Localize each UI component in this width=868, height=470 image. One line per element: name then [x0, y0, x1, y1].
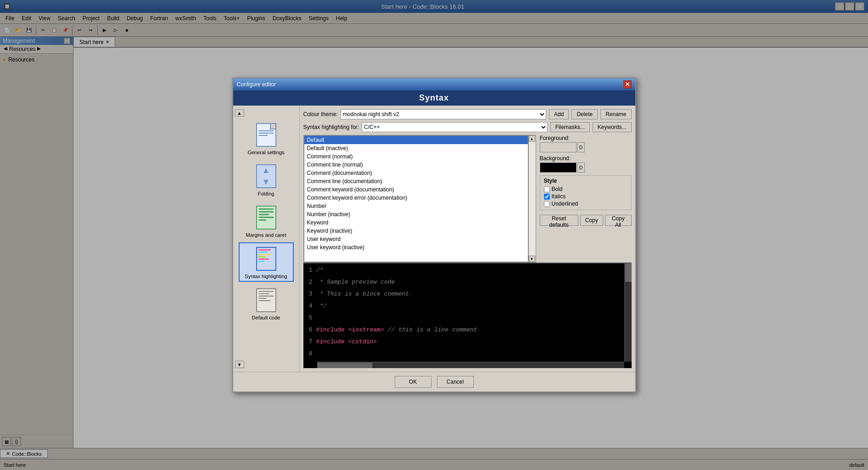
sidebar-scroll-up[interactable]: ▲	[235, 109, 244, 117]
modal-section-header: Syntax	[233, 90, 635, 106]
style-list-item-5[interactable]: Comment line (documentation)	[304, 177, 528, 185]
sidebar-scroll-down[interactable]: ▼	[235, 361, 244, 368]
cancel-button[interactable]: Cancel	[437, 376, 474, 388]
add-button[interactable]: Add	[549, 109, 569, 119]
style-scroll-up[interactable]: ▲	[529, 135, 535, 142]
style-list-item-10[interactable]: Keyword	[304, 218, 528, 227]
syntax-for-row: Syntax highlighting for: C/C++ Filemasks…	[303, 122, 632, 132]
style-list[interactable]: DefaultDefault (inactive)Comment (normal…	[304, 135, 528, 262]
configure-editor-modal: Configure editor ✕ Syntax ▲	[232, 78, 636, 392]
background-d-button[interactable]: D	[577, 162, 585, 173]
italics-row: Italics	[544, 193, 627, 200]
style-list-item-3[interactable]: Comment line (normal)	[304, 161, 528, 169]
style-list-scrollbar: ▲ ▼	[528, 135, 536, 262]
syntax-for-label: Syntax highlighting for:	[303, 124, 359, 130]
style-list-item-9[interactable]: Number (inactive)	[304, 210, 528, 218]
line-number-2: 2	[303, 276, 316, 288]
copy-button[interactable]: Copy	[580, 215, 603, 226]
code-scrollbar-h-thumb[interactable]	[317, 363, 372, 368]
modal-sidebar: ▲ General settings	[233, 106, 300, 372]
modal-main-panel: Colour theme: modnokai night shift v2 Ad…	[300, 106, 635, 372]
style-list-item-2[interactable]: Comment (normal)	[304, 152, 528, 161]
margins-caret-label: Margins and caret	[246, 232, 286, 238]
underlined-label: Underlined	[552, 201, 578, 207]
line-number-1: 1	[303, 264, 316, 276]
colour-theme-select[interactable]: modnokai night shift v2	[341, 109, 546, 119]
style-list-container: DefaultDefault (inactive)Comment (normal…	[303, 135, 632, 263]
ok-button[interactable]: OK	[395, 376, 431, 388]
style-list-item-1[interactable]: Default (inactive)	[304, 144, 528, 152]
code-scrollbar-h[interactable]	[317, 362, 624, 368]
colour-theme-row: Colour theme: modnokai night shift v2 Ad…	[303, 109, 632, 119]
code-scrollbar-v-thumb[interactable]	[625, 263, 632, 282]
code-content-4: */	[316, 300, 632, 312]
reset-defaults-button[interactable]: Reset defaults	[540, 215, 578, 226]
background-swatch[interactable]	[540, 162, 577, 173]
syntax-for-select[interactable]: C/C++	[362, 122, 548, 132]
syntax-highlighting-icon	[252, 245, 280, 273]
italics-label: Italics	[552, 193, 566, 200]
style-checkboxes: Style Bold Italics Underli	[540, 175, 632, 210]
style-list-item-7[interactable]: Comment keyword error (documentation)	[304, 194, 528, 202]
code-line-5: 5	[303, 312, 632, 324]
style-list-item-4[interactable]: Comment (documentation)	[304, 169, 528, 177]
modal-overlay: Configure editor ✕ Syntax ▲	[0, 0, 868, 470]
code-content-3: * This is a block comment	[316, 288, 632, 300]
code-line-2: 2 * Sample preview code	[303, 276, 632, 288]
style-list-item-12[interactable]: User keyword	[304, 235, 528, 243]
modal-section-title: Syntax	[419, 93, 449, 102]
style-list-item-6[interactable]: Comment keyword (documentation)	[304, 185, 528, 194]
bold-row: Bold	[544, 186, 627, 192]
code-line-8: 8	[303, 348, 632, 360]
rename-button[interactable]: Rename	[600, 109, 631, 119]
foreground-section: Foreground: D	[540, 135, 632, 152]
copy-all-button[interactable]: Copy All	[605, 215, 632, 226]
code-content-6: #include <iostream> // this is a line co…	[316, 324, 632, 336]
modal-title-bar: Configure editor ✕	[233, 78, 635, 90]
style-list-item-8[interactable]: Number	[304, 202, 528, 210]
delete-button[interactable]: Delete	[571, 109, 598, 119]
folding-icon: ▲ ▼	[252, 162, 280, 190]
foreground-color-row: D	[540, 142, 632, 152]
code-lines: 1 /* 2 * Sample preview code 3 * This is…	[303, 263, 632, 361]
style-scroll-track	[529, 142, 536, 256]
style-scroll-down[interactable]: ▼	[529, 256, 535, 262]
default-code-label: Default code	[252, 315, 280, 320]
line-number-8: 8	[303, 348, 316, 360]
sidebar-item-default-code[interactable]: Default code	[239, 284, 294, 323]
code-line-3: 3 * This is a block comment	[303, 288, 632, 300]
include-keyword-1: #include <iostream>	[316, 326, 384, 333]
foreground-d-button[interactable]: D	[577, 142, 585, 152]
background-label: Background:	[540, 155, 632, 162]
style-list-item-13[interactable]: User keyword (inactive)	[304, 243, 528, 252]
foreground-swatch[interactable]	[540, 142, 577, 152]
bold-checkbox[interactable]	[544, 186, 550, 192]
sidebar-item-margins-caret[interactable]: Margins and caret	[239, 201, 294, 241]
filemasks-button[interactable]: Filemasks...	[550, 122, 590, 132]
folding-label: Folding	[258, 191, 274, 196]
code-scrollbar-v[interactable]	[624, 263, 632, 362]
line-number-5: 5	[303, 312, 316, 324]
line-comment-1: // this is a line comment	[384, 326, 477, 333]
code-content-7: #include <cstdio>	[316, 336, 632, 348]
style-list-item-0[interactable]: Default	[304, 136, 528, 144]
sidebar-item-folding[interactable]: ▲ ▼ Folding	[239, 160, 294, 199]
underlined-checkbox[interactable]	[544, 201, 550, 207]
general-settings-label: General settings	[247, 150, 284, 155]
italics-checkbox[interactable]	[544, 194, 550, 200]
modal-close-button[interactable]: ✕	[623, 80, 632, 89]
bold-label: Bold	[552, 186, 563, 192]
style-right-panel: Foreground: D Background: D	[540, 135, 632, 263]
line-number-4: 4	[303, 300, 316, 312]
sidebar-item-syntax-highlighting[interactable]: Syntax highlighting	[239, 242, 294, 282]
code-content-2: * Sample preview code	[316, 276, 632, 288]
action-buttons: Reset defaults Copy Copy All	[540, 215, 632, 226]
line-number-7: 7	[303, 336, 316, 348]
foreground-label: Foreground:	[540, 135, 632, 141]
code-line-4: 4 */	[303, 300, 632, 312]
style-list-item-11[interactable]: Keyword (inactive)	[304, 227, 528, 235]
keywords-button[interactable]: Keywords...	[593, 122, 632, 132]
code-line-7: 7 #include <cstdio>	[303, 336, 632, 348]
sidebar-item-general-settings[interactable]: General settings	[239, 118, 294, 158]
line-number-3: 3	[303, 288, 316, 300]
